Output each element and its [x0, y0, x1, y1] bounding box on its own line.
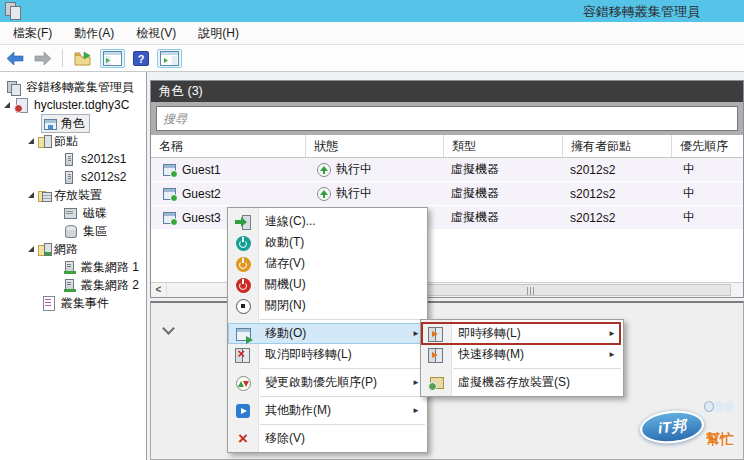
column-header-type[interactable]: 類型: [443, 135, 562, 157]
cluster-icon: [14, 98, 30, 113]
networks-folder-icon: [38, 247, 50, 256]
pool-icon: [63, 224, 79, 239]
toolbar: ?: [0, 45, 744, 72]
tree-item-nodes[interactable]: 節點: [0, 132, 146, 150]
tree-item-label: s2012s1: [81, 152, 126, 166]
role-type: 虛擬機器: [443, 161, 562, 178]
submenu-item-live-migration[interactable]: 即時移轉(L): [421, 323, 623, 344]
menu-item-connect[interactable]: 連線(C)...: [228, 211, 427, 232]
power-start-icon: [236, 236, 251, 251]
vm-role-icon: [163, 212, 176, 224]
status-running-icon: [317, 163, 331, 177]
pane-title: 角色 (3): [151, 81, 743, 102]
menu-item-remove[interactable]: 移除(V): [228, 428, 427, 449]
show-console-tree-button[interactable]: [100, 49, 125, 68]
status-running-icon: [317, 187, 331, 201]
role-priority: 中: [671, 161, 743, 178]
table-row[interactable]: Guest2 執行中 虛擬機器 s2012s2 中: [151, 182, 743, 205]
table-row[interactable]: Guest1 執行中 虛擬機器 s2012s2 中: [151, 158, 743, 181]
column-header-priority[interactable]: 優先順序: [671, 135, 743, 157]
tree-item-pools[interactable]: 集區: [0, 222, 146, 240]
network-icon: [65, 261, 74, 272]
submenu-arrow-icon: [608, 329, 616, 338]
tree-item-label: 角色: [61, 115, 85, 132]
submenu-item-vm-storage[interactable]: 虛擬機器存放裝置(S): [421, 372, 623, 393]
vm-storage-icon: [428, 375, 445, 391]
watermark-oval: iT邦: [639, 408, 706, 447]
tree-item-cluster-network-2[interactable]: 叢集網路 2: [0, 276, 146, 294]
nodes-folder-icon: [38, 139, 50, 148]
role-name: Guest2: [182, 187, 221, 201]
tree-item-label: 叢集網路 1: [81, 259, 139, 276]
submenu-item-quick-migration[interactable]: 快速移轉(M): [421, 344, 623, 365]
role-name: Guest1: [182, 163, 221, 177]
menu-item-cancel-live-migration[interactable]: × 取消即時移轉(L): [228, 344, 427, 365]
column-header-owner-node[interactable]: 擁有者節點: [562, 135, 671, 157]
menu-item-shutdown[interactable]: 關機(U): [228, 274, 427, 295]
menu-item-more-actions[interactable]: 其他動作(M): [228, 400, 427, 421]
help-button[interactable]: ?: [131, 50, 151, 67]
menu-item-change-startup-priority[interactable]: 變更啟動優先順序(P): [228, 372, 427, 393]
submenu-arrow-icon: [412, 329, 420, 338]
tree-item-node-s2012s2[interactable]: s2012s2: [0, 168, 146, 186]
menu-separator: [421, 365, 623, 372]
watermark-secondary-text: 幫忙: [706, 431, 734, 449]
watermark-people-icon: [704, 401, 734, 411]
cancel-migration-icon: ×: [235, 347, 252, 363]
toolbar-separator: [62, 49, 63, 67]
menu-view[interactable]: 檢視(V): [125, 23, 187, 44]
tree-item-cluster-network-1[interactable]: 叢集網路 1: [0, 258, 146, 276]
back-button[interactable]: [5, 51, 26, 66]
role-owner-node: s2012s2: [562, 163, 671, 177]
tree-item-roles[interactable]: 角色: [0, 114, 146, 132]
cluster-manager-icon: [6, 80, 22, 95]
events-icon: [41, 296, 57, 311]
menu-separator: [228, 421, 427, 428]
expand-triangle-icon[interactable]: [4, 102, 10, 108]
chevron-down-icon[interactable]: [161, 323, 175, 335]
tree-item-networks[interactable]: 網路: [0, 240, 146, 258]
scroll-left-button[interactable]: <: [151, 283, 167, 297]
menu-item-start[interactable]: 啟動(T): [228, 232, 427, 253]
column-header-name[interactable]: 名稱: [151, 135, 305, 157]
tree-item-cluster-events[interactable]: 叢集事件: [0, 294, 146, 312]
power-shutdown-icon: [236, 278, 251, 293]
up-level-button[interactable]: [72, 50, 94, 67]
forward-arrow-icon: [34, 52, 51, 65]
column-header-status[interactable]: 狀態: [305, 135, 443, 157]
role-status: 執行中: [336, 185, 372, 202]
menu-file[interactable]: 檔案(F): [2, 23, 63, 44]
tree-item-label: s2012s2: [81, 170, 126, 184]
expand-triangle-icon[interactable]: [28, 246, 34, 252]
menu-separator: [228, 316, 427, 323]
folder-up-icon: [74, 51, 92, 66]
tree-item-cluster[interactable]: hycluster.tdghy3C: [0, 96, 146, 114]
tree-item-storage[interactable]: 存放裝置: [0, 186, 146, 204]
tree-item-disks[interactable]: 磁碟: [0, 204, 146, 222]
storage-folder-icon: [38, 193, 50, 202]
menu-item-save[interactable]: 儲存(V): [228, 253, 427, 274]
tree-item-label: 叢集網路 2: [81, 277, 139, 294]
tree-item-node-s2012s1[interactable]: s2012s1: [0, 150, 146, 168]
role-type: 虛擬機器: [443, 185, 562, 202]
window-title: 容錯移轉叢集管理員: [583, 3, 700, 21]
selected-item-box: 角色: [41, 114, 90, 133]
menu-action[interactable]: 動作(A): [63, 23, 125, 44]
stop-icon: [236, 299, 251, 314]
tree-item-label: 網路: [54, 241, 78, 258]
tree-item-label: 集區: [83, 223, 107, 240]
disk-icon: [63, 206, 79, 221]
menu-item-turn-off[interactable]: 關閉(N): [228, 295, 427, 316]
tree-item-root[interactable]: 容錯移轉叢集管理員: [0, 78, 146, 96]
menu-item-move[interactable]: 移動(O): [228, 323, 427, 344]
expand-triangle-icon[interactable]: [28, 192, 34, 198]
role-status: 執行中: [336, 161, 372, 178]
forward-button[interactable]: [32, 51, 53, 66]
menu-help[interactable]: 說明(H): [187, 23, 250, 44]
console-tree-icon: [103, 51, 122, 66]
expand-triangle-icon[interactable]: [28, 138, 34, 144]
role-priority: 中: [671, 209, 743, 226]
show-action-pane-button[interactable]: [157, 49, 182, 68]
search-input[interactable]: [156, 106, 738, 131]
itbang-watermark: iT邦 幫忙: [638, 403, 740, 455]
